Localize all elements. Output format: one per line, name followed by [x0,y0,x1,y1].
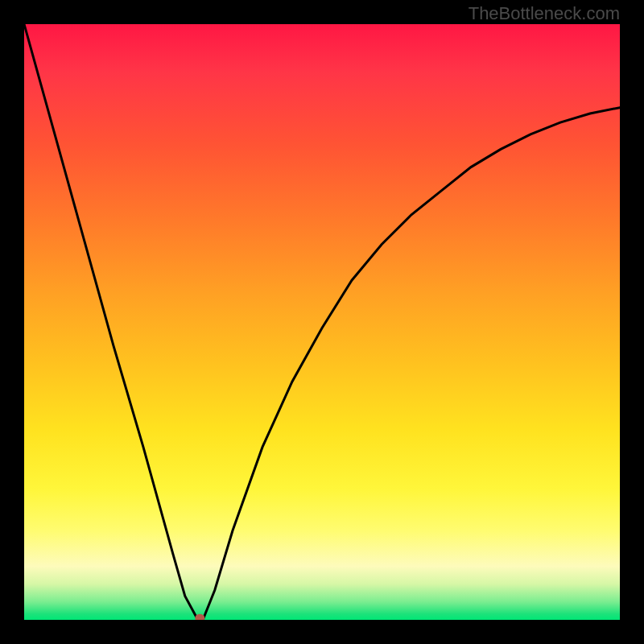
watermark-text: TheBottleneck.com [469,3,620,24]
chart-frame: TheBottleneck.com [0,0,644,644]
bottleneck-curve [24,24,620,620]
plot-area [24,24,620,620]
curve-svg [24,24,620,620]
